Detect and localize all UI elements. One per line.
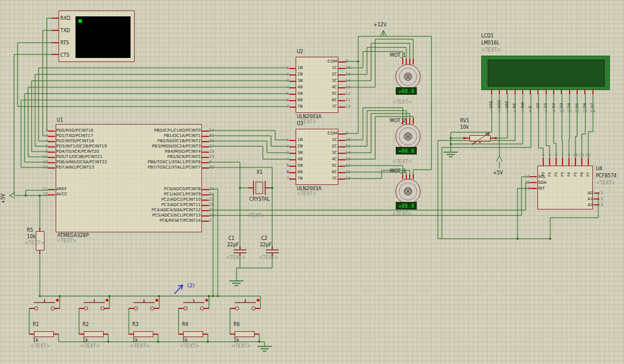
schematic-canvas[interactable]: RXDTXDRTSCTS U1 ATMEGA328P <TEXT> 2PD0/R… xyxy=(0,0,624,364)
r6-text-placeholder: <TEXT> xyxy=(231,344,251,349)
pin-number: 3 xyxy=(40,133,48,139)
terminal-pin-labels: RXDTXDRTSCTS xyxy=(60,12,70,61)
push-button[interactable] xyxy=(29,299,60,311)
pin-number: 1 xyxy=(601,191,606,196)
resistor-r2[interactable] xyxy=(84,331,104,337)
x1-value: CRYSTAL xyxy=(249,197,270,202)
pin-label: SCL xyxy=(538,174,546,180)
pin-number: 24 xyxy=(209,192,217,197)
stepper-motor[interactable] xyxy=(396,179,420,204)
pin-number: 13 xyxy=(345,85,353,90)
power-arrow-5v-right[interactable] xyxy=(496,156,502,169)
pin-column: RW 5 xyxy=(519,89,526,114)
pin-number: 13 xyxy=(40,165,48,170)
power-label-5v-left: +5V xyxy=(1,186,6,204)
lcd-module[interactable] xyxy=(481,56,610,90)
pin-label: 4B xyxy=(297,85,303,90)
pin-row: 7C10 xyxy=(304,176,353,182)
r3-text-placeholder: <TEXT> xyxy=(130,344,150,349)
pin-label: PC6/RESET/PCINT14 xyxy=(139,218,201,224)
annotation-label[interactable]: (2) xyxy=(187,283,195,289)
pin-label: 6C xyxy=(304,170,337,175)
u3-out-pins: COM9 1C16 2C15 3C14 4C13 5C12 6C11 7C10 xyxy=(304,131,353,182)
pin-number: 15 xyxy=(345,72,353,77)
push-button[interactable] xyxy=(230,299,260,311)
pin-number: 2 xyxy=(498,109,500,114)
pin-label: D3 xyxy=(560,94,564,108)
pin-stub xyxy=(289,172,296,173)
u1-pd-pins: 2PD0/RXD/PCINT16 3PD1/TXD/PCINT17 4PD2/I… xyxy=(40,128,107,170)
rv1-ref: RV1 xyxy=(460,118,469,124)
pin-stub xyxy=(48,152,55,153)
annotation-arrow-icon[interactable] xyxy=(174,285,183,294)
r2-ref: R2 xyxy=(83,322,89,328)
pin-label: 2C xyxy=(304,72,337,77)
terminal-cursor xyxy=(78,19,82,23)
stepper-motor[interactable] xyxy=(396,64,420,89)
pin-number: 9 xyxy=(568,153,570,157)
pin-number: 12 xyxy=(575,109,580,114)
pin-number: 10 xyxy=(573,153,578,157)
pin-number: 27 xyxy=(209,208,217,213)
u1-text-placeholder: <TEXT> xyxy=(57,238,77,244)
pin-number: 4 xyxy=(282,157,289,162)
pin-stub xyxy=(575,157,576,166)
pin-row: 1C16 xyxy=(304,137,353,143)
pin-label: P7 xyxy=(587,167,591,177)
pin-label: 5C xyxy=(304,163,337,169)
pin-stub xyxy=(48,136,55,137)
pin-number: 9 xyxy=(209,160,217,165)
u4-top-pin-labels: P0 P1 P2 P3 P4 P5 P6 P7 xyxy=(540,167,592,177)
pin-number: 14 xyxy=(590,109,595,114)
push-button[interactable] xyxy=(79,299,109,311)
potentiometer-rv1[interactable] xyxy=(469,135,491,142)
pin-row: 21AREF xyxy=(40,187,67,192)
pin-number: 20 xyxy=(40,192,48,197)
pin-row: PC6/RESET/PCINT141 xyxy=(139,218,217,224)
pin-number: 3 xyxy=(282,78,289,84)
pin-label: P6 xyxy=(580,167,584,177)
pin-label: D0 xyxy=(536,94,540,108)
power-arrow-12v[interactable] xyxy=(380,30,386,36)
pin-column: VSS 1 xyxy=(488,89,495,114)
pin-number: 14 xyxy=(209,128,217,133)
pin-label: RXD xyxy=(60,16,70,21)
pin-row: 13INT xyxy=(523,186,547,191)
crystal-symbol[interactable] xyxy=(253,181,265,195)
pin-label: 4C xyxy=(304,157,337,162)
pin-number: 10 xyxy=(345,104,353,109)
pin-stub xyxy=(506,89,508,94)
pin-stub xyxy=(202,141,209,142)
pin-stub xyxy=(338,87,345,88)
stepper-motor[interactable] xyxy=(396,124,420,149)
c2-text-placeholder: <TEXT> xyxy=(259,255,279,261)
resistor-r3[interactable] xyxy=(133,331,153,337)
push-button[interactable] xyxy=(129,299,159,311)
pin-stub xyxy=(289,94,296,95)
push-button[interactable] xyxy=(179,299,209,311)
pin-label: PB5/SCK/PCINT5 xyxy=(139,154,201,160)
pin-stub xyxy=(546,89,547,94)
ground-symbol[interactable] xyxy=(258,346,272,351)
r1-value: 1k xyxy=(33,338,39,344)
pin-label: 5B xyxy=(297,91,303,97)
pin-stub xyxy=(289,153,296,154)
capacitor-symbol[interactable] xyxy=(234,250,246,253)
resistor-r4[interactable] xyxy=(183,331,203,337)
pin-number: 2 xyxy=(282,144,289,149)
resistor-r1[interactable] xyxy=(34,331,54,337)
pin-stub xyxy=(338,159,345,160)
pin-stub xyxy=(584,89,585,94)
pin-label: 7C xyxy=(304,176,337,181)
resistor-r6[interactable] xyxy=(235,331,255,337)
pin-label: TXD xyxy=(60,28,70,33)
pin-stub xyxy=(338,146,345,147)
pin-row: 66B xyxy=(282,97,303,104)
u1-ref: U1 xyxy=(57,118,63,123)
pin-number: 7 xyxy=(282,176,289,181)
pin-stub xyxy=(491,89,492,94)
pin-stub xyxy=(338,166,345,167)
ground-symbol[interactable] xyxy=(229,281,244,286)
capacitor-symbol[interactable] xyxy=(266,250,279,253)
ground-symbol[interactable] xyxy=(444,152,458,157)
